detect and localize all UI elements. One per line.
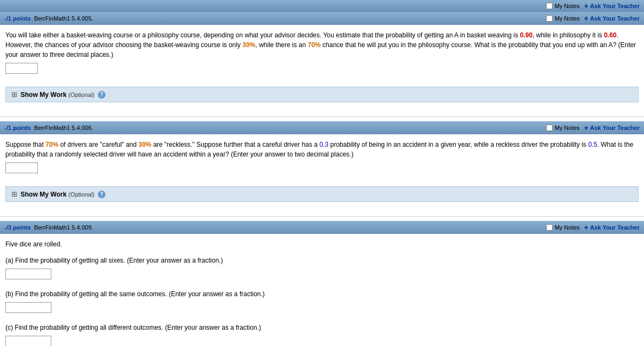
top-bar: My Notes + Ask Your Teacher xyxy=(0,0,644,12)
question-1-show-work-label: Show My Work (Optional) xyxy=(21,91,95,99)
question-2-header: -/1 points BerrFinMath1 5.4.006. My Note… xyxy=(0,121,644,134)
top-ask-teacher-btn[interactable]: + Ask Your Teacher xyxy=(584,2,640,10)
question-2-optional-label: (Optional) xyxy=(68,191,94,198)
question-3-intro: Five dice are rolled. xyxy=(5,239,639,249)
question-3-id: BerrFinMath1 5.4.009. xyxy=(34,224,93,231)
question-1-header: -/1 points BerrFinMath1 5.4.005. My Note… xyxy=(0,12,644,25)
q2-val1: 70% xyxy=(45,141,58,148)
question-2-text: Suppose that 70% of drivers are "careful… xyxy=(5,140,639,159)
question-3a: (a) Find the probability of getting all … xyxy=(5,253,639,282)
question-1-id: BerrFinMath1 5.4.005. xyxy=(34,15,93,22)
top-notes-text: My Notes xyxy=(555,3,580,9)
question-1-points: -/1 points xyxy=(4,15,31,22)
top-plus-icon: + xyxy=(584,2,588,10)
question-1-answer-input[interactable] xyxy=(5,63,38,74)
question-2-plus-icon: + xyxy=(584,123,588,132)
q1-val3: 30% xyxy=(242,41,255,49)
q1-val2: 0.60 xyxy=(604,31,616,39)
top-ask-teacher-text: Ask Your Teacher xyxy=(590,3,640,9)
q2-val4: 0.5 xyxy=(588,141,597,148)
question-1-section: -/1 points BerrFinMath1 5.4.005. My Note… xyxy=(0,12,644,117)
question-3b: (b) Find the probability of getting all … xyxy=(5,287,639,315)
question-3-header-right: My Notes + Ask Your Teacher xyxy=(546,223,640,232)
question-2-show-work-text: Show My Work xyxy=(21,191,67,198)
question-2-show-work-icon: ⊞ xyxy=(11,190,17,198)
question-3c: (c) Find the probability of getting all … xyxy=(5,321,639,346)
question-3b-label: (b) Find the probability of getting all … xyxy=(5,290,265,298)
question-2-help-icon[interactable]: ? xyxy=(98,191,105,198)
question-2-show-my-work[interactable]: ⊞ Show My Work (Optional) ? xyxy=(5,186,639,202)
question-2-answer-input[interactable] xyxy=(5,162,38,173)
question-3a-label: (a) Find the probability of getting all … xyxy=(5,257,223,264)
question-2-show-work-label: Show My Work (Optional) xyxy=(21,191,95,198)
question-3b-input[interactable] xyxy=(5,302,51,313)
question-3-points: -/3 points xyxy=(4,224,31,231)
question-1-notes-label[interactable]: My Notes xyxy=(546,15,580,22)
question-2-ask-teacher-btn[interactable]: + Ask Your Teacher xyxy=(584,123,640,132)
question-2-notes-label[interactable]: My Notes xyxy=(546,125,580,131)
question-1-ask-teacher-btn[interactable]: + Ask Your Teacher xyxy=(584,14,640,23)
question-1-show-my-work[interactable]: ⊞ Show My Work (Optional) ? xyxy=(5,87,639,102)
question-3-ask-teacher-btn[interactable]: + Ask Your Teacher xyxy=(584,223,640,232)
question-1-text: You will take either a basket-weaving co… xyxy=(5,30,639,60)
question-3-header: -/3 points BerrFinMath1 5.4.009. My Note… xyxy=(0,221,644,234)
question-1-show-work-text: Show My Work xyxy=(21,91,67,99)
question-2-notes-text: My Notes xyxy=(555,125,580,131)
top-bar-right: My Notes + Ask Your Teacher xyxy=(546,2,640,10)
question-3-notes-text: My Notes xyxy=(555,224,580,231)
question-1-notes-checkbox[interactable] xyxy=(546,15,553,22)
question-2-body: Suppose that 70% of drivers are "careful… xyxy=(0,134,644,177)
question-1-help-icon[interactable]: ? xyxy=(98,91,105,99)
q1-val4: 70% xyxy=(308,41,321,49)
question-2-id: BerrFinMath1 5.4.006. xyxy=(34,125,93,131)
question-3-body: Five dice are rolled. (a) Find the proba… xyxy=(0,234,644,346)
question-3-section: -/3 points BerrFinMath1 5.4.009. My Note… xyxy=(0,221,644,346)
question-1-header-right: My Notes + Ask Your Teacher xyxy=(546,14,640,23)
question-3-header-left: -/3 points BerrFinMath1 5.4.009. xyxy=(4,224,93,231)
question-3c-input[interactable] xyxy=(5,336,51,346)
question-3a-input[interactable] xyxy=(5,269,51,279)
top-notes-label[interactable]: My Notes xyxy=(546,3,580,9)
question-1-ask-teacher-text: Ask Your Teacher xyxy=(590,15,640,22)
question-3-ask-teacher-text: Ask Your Teacher xyxy=(590,224,640,231)
question-2-section: -/1 points BerrFinMath1 5.4.006. My Note… xyxy=(0,121,644,217)
question-3-plus-icon: + xyxy=(584,223,588,232)
question-2-header-left: -/1 points BerrFinMath1 5.4.006. xyxy=(4,125,93,131)
question-1-show-work-icon: ⊞ xyxy=(11,90,17,99)
q2-val3: 0.3 xyxy=(320,141,329,148)
q1-val1: 0.90 xyxy=(520,31,532,39)
q2-val2: 30% xyxy=(138,141,151,148)
question-3-notes-checkbox[interactable] xyxy=(546,224,553,231)
question-2-ask-teacher-text: Ask Your Teacher xyxy=(590,125,640,131)
question-1-plus-icon: + xyxy=(584,14,588,23)
question-1-header-left: -/1 points BerrFinMath1 5.4.005. xyxy=(4,15,93,22)
question-1-optional-label: (Optional) xyxy=(68,92,94,98)
question-1-body: You will take either a basket-weaving co… xyxy=(0,25,644,77)
question-3c-label: (c) Find the probability of getting all … xyxy=(5,324,261,331)
question-2-points: -/1 points xyxy=(4,125,31,131)
question-2-notes-checkbox[interactable] xyxy=(546,125,553,131)
top-notes-checkbox[interactable] xyxy=(546,3,553,9)
question-1-notes-text: My Notes xyxy=(555,15,580,22)
question-3-notes-label[interactable]: My Notes xyxy=(546,224,580,231)
question-2-header-right: My Notes + Ask Your Teacher xyxy=(546,123,640,132)
